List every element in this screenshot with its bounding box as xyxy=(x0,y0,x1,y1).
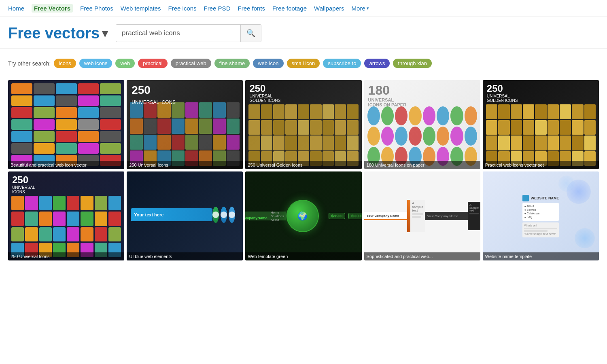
site-header: Free vectors ▾ 🔍 xyxy=(0,17,607,49)
grid-item-9[interactable]: Your Company Name A sample text xyxy=(364,171,480,260)
search-icon: 🔍 xyxy=(246,29,255,37)
top-navigation: Home Free Vectors Free Photos Web templa… xyxy=(0,0,607,17)
nav-wallpapers[interactable]: Wallpapers xyxy=(314,5,344,12)
tag-practical-web[interactable]: practical web xyxy=(171,59,211,68)
search-button[interactable]: 🔍 xyxy=(240,25,261,42)
tag-through-xian[interactable]: through xian xyxy=(393,59,432,68)
tag-web-icon[interactable]: web icon xyxy=(253,59,283,68)
tag-web[interactable]: web xyxy=(115,59,135,68)
tag-subscribe-to[interactable]: subscribe to xyxy=(323,59,361,68)
grid-caption-4: 180 Universal Icons on paper xyxy=(364,161,480,169)
image-grid: Beautiful and practical web icon vector … xyxy=(8,80,599,260)
nav-free-icons[interactable]: Free icons xyxy=(168,5,197,12)
grid-caption-5: Practical web icons vector set xyxy=(483,161,599,169)
nav-home[interactable]: Home xyxy=(8,5,24,12)
search-input[interactable] xyxy=(116,25,240,41)
nav-free-vectors[interactable]: Free Vectors xyxy=(32,4,73,13)
title-dropdown-button[interactable]: ▾ xyxy=(102,27,108,40)
grid-caption-6: 250 Universal Icons xyxy=(8,252,124,260)
nav-free-photos[interactable]: Free Photos xyxy=(80,5,113,12)
tag-practical[interactable]: practical xyxy=(138,59,167,68)
nav-free-fonts[interactable]: Free fonts xyxy=(238,5,265,12)
tag-arrows[interactable]: arrows xyxy=(364,59,390,68)
grid-item-8[interactable]: ● CompanyName Home Solutions About 🌍 $36… xyxy=(245,171,361,260)
nav-free-footage[interactable]: Free footage xyxy=(272,5,307,12)
grid-item-4[interactable]: 180 UNIVERSALICONS ON PAPER xyxy=(364,80,480,169)
grid-item-10[interactable]: WEBSITE NAME ● About ● Service ● Catalog… xyxy=(483,171,599,260)
grid-item-5[interactable]: 250 UNIVERSALGOLDEN ICONS Practical web … xyxy=(483,80,599,169)
tag-small-icon[interactable]: small icon xyxy=(287,59,320,68)
tag-icons[interactable]: icons xyxy=(54,59,76,68)
grid-item-1[interactable]: Beautiful and practical web icon vector xyxy=(8,80,124,169)
nav-more[interactable]: More ▾ xyxy=(352,5,369,12)
grid-item-6[interactable]: 250 UNIVERSALICONS 250 Universal Icons xyxy=(8,171,124,260)
grid-caption-8: Web template green xyxy=(245,252,361,260)
grid-item-3[interactable]: 250 UNIVERSALGOLDEN ICONS 250 Universal … xyxy=(245,80,361,169)
tag-web-icons[interactable]: web icons xyxy=(79,59,112,68)
grid-item-7[interactable]: Your text here xyxy=(127,171,243,260)
nav-free-psd[interactable]: Free PSD xyxy=(204,5,231,12)
main-content: Try other search: iconsweb iconswebpract… xyxy=(0,49,607,269)
try-other-label: Try other search: xyxy=(8,60,51,67)
grid-caption-2: 250 Universal Icons xyxy=(127,161,243,169)
tag-fine-shame[interactable]: fine shame xyxy=(214,59,250,68)
search-bar: 🔍 xyxy=(116,24,261,42)
chevron-down-icon: ▾ xyxy=(367,6,369,11)
site-title: Free vectors ▾ xyxy=(8,25,108,42)
grid-caption-9: Sophisticated and practical web... xyxy=(364,252,480,260)
grid-item-2[interactable]: 250 UNIVERSAL ICONS 250 Universal Icons xyxy=(127,80,243,169)
grid-caption-10: Website name template xyxy=(483,252,599,260)
grid-caption-7: UI blue web elements xyxy=(127,252,243,260)
related-searches: Try other search: iconsweb iconswebpract… xyxy=(8,59,599,68)
grid-caption-3: 250 Universal Golden Icons xyxy=(245,161,361,169)
nav-web-templates[interactable]: Web templates xyxy=(121,5,161,12)
grid-caption-1: Beautiful and practical web icon vector xyxy=(8,161,124,169)
